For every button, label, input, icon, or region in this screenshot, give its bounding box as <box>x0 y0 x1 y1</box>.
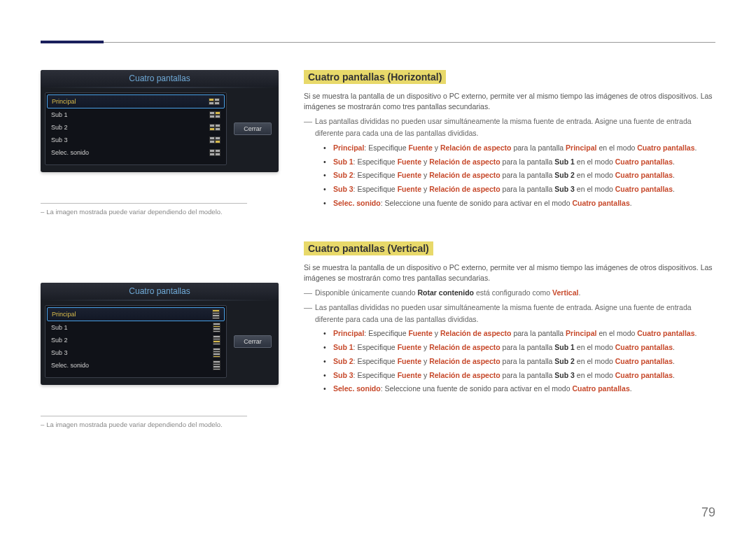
list-item: Sub 2: Especifique Fuente y Relación de … <box>323 356 715 367</box>
screenshot-caption: –La imagen mostrada puede variar dependi… <box>41 421 279 428</box>
osd-title: Cuatro pantallas <box>41 283 279 300</box>
osd-menu-item-sub3[interactable]: Sub 3 <box>47 134 225 146</box>
section-note: ―Las pantallas divididas no pueden usar … <box>304 302 715 324</box>
section-horizontal: Cuatro pantallas (Horizontal) Si se mues… <box>304 70 715 209</box>
osd-menu-item-audio[interactable]: Selec. sonido <box>47 146 225 159</box>
caption-divider <box>41 416 247 416</box>
osd-menu-item-sub1[interactable]: Sub 1 <box>47 321 225 334</box>
osd-menu-item-audio[interactable]: Selec. sonido <box>47 359 225 372</box>
section-intro: Si se muestra la pantalla de un disposit… <box>304 91 715 112</box>
osd-menu-item-sub2[interactable]: Sub 2 <box>47 121 225 134</box>
list-item: Principal: Especifique Fuente y Relación… <box>323 328 715 339</box>
list-item: Selec. sonido: Seleccione una fuente de … <box>323 198 715 209</box>
section-vertical: Cuatro pantallas (Vertical) Si se muestr… <box>304 241 715 395</box>
section-availability: ―Disponible únicamente cuando Rotar cont… <box>304 288 715 300</box>
layout-icon <box>213 323 220 332</box>
list-item: Sub 1: Especifique Fuente y Relación de … <box>323 157 715 168</box>
osd-close-button[interactable]: Cerrar <box>234 335 272 348</box>
layout-icon <box>212 309 220 319</box>
layout-icon <box>209 111 220 118</box>
caption-divider <box>41 203 247 204</box>
header-rule <box>41 42 715 43</box>
osd-menu: Principal Sub 1 Sub 2 Sub 3 <box>45 305 227 378</box>
page-number: 79 <box>701 505 715 520</box>
osd-screenshot-vertical: Cuatro pantallas Principal Sub 1 S <box>41 283 279 385</box>
list-item: Sub 3: Especifique Fuente y Relación de … <box>323 370 715 381</box>
osd-menu-label: Sub 2 <box>51 337 68 344</box>
osd-menu-label: Sub 1 <box>51 324 68 331</box>
osd-menu-item-principal[interactable]: Principal <box>47 94 225 108</box>
osd-menu-item-sub2[interactable]: Sub 2 <box>47 334 225 346</box>
osd-close-button[interactable]: Cerrar <box>234 122 272 135</box>
osd-title: Cuatro pantallas <box>41 70 279 87</box>
list-item: Selec. sonido: Seleccione una fuente de … <box>323 384 715 395</box>
list-item: Sub 1: Especifique Fuente y Relación de … <box>323 342 715 353</box>
osd-menu-item-sub1[interactable]: Sub 1 <box>47 108 225 121</box>
osd-menu-label: Selec. sonido <box>51 149 89 156</box>
osd-menu-item-sub3[interactable]: Sub 3 <box>47 346 225 359</box>
layout-icon <box>209 149 220 156</box>
osd-close-label: Cerrar <box>244 125 262 132</box>
list-item: Sub 3: Especifique Fuente y Relación de … <box>323 184 715 195</box>
layout-icon <box>213 348 220 358</box>
osd-screenshot-horizontal: Cuatro pantallas Principal Sub 1 Sub 2 <box>41 70 279 172</box>
list-item: Sub 2: Especifique Fuente y Relación de … <box>323 170 715 181</box>
osd-menu: Principal Sub 1 Sub 2 Sub 3 <box>45 92 227 165</box>
osd-close-label: Cerrar <box>244 338 262 345</box>
osd-menu-item-principal[interactable]: Principal <box>47 307 225 321</box>
layout-icon <box>213 335 220 345</box>
osd-menu-label: Principal <box>52 311 76 318</box>
osd-menu-label: Selec. sonido <box>51 362 89 369</box>
osd-menu-label: Sub 2 <box>51 124 68 131</box>
layout-icon <box>213 360 220 370</box>
section-heading: Cuatro pantallas (Horizontal) <box>304 70 446 84</box>
osd-menu-label: Sub 3 <box>51 349 68 356</box>
list-item: Principal: Especifique Fuente y Relación… <box>323 143 715 154</box>
header-accent <box>41 41 104 43</box>
osd-menu-label: Principal <box>52 98 76 105</box>
layout-icon <box>209 124 220 131</box>
section-note: ―Las pantallas divididas no pueden usar … <box>304 116 715 138</box>
osd-menu-label: Sub 3 <box>51 136 68 143</box>
layout-icon <box>209 136 220 143</box>
screenshot-caption: –La imagen mostrada puede variar dependi… <box>41 208 279 216</box>
bullet-list: Principal: Especifique Fuente y Relación… <box>323 143 715 209</box>
section-heading: Cuatro pantallas (Vertical) <box>304 241 433 255</box>
section-intro: Si se muestra la pantalla de un disposit… <box>304 262 715 283</box>
bullet-list: Principal: Especifique Fuente y Relación… <box>323 328 715 395</box>
layout-icon <box>209 98 220 105</box>
osd-menu-label: Sub 1 <box>51 111 68 118</box>
